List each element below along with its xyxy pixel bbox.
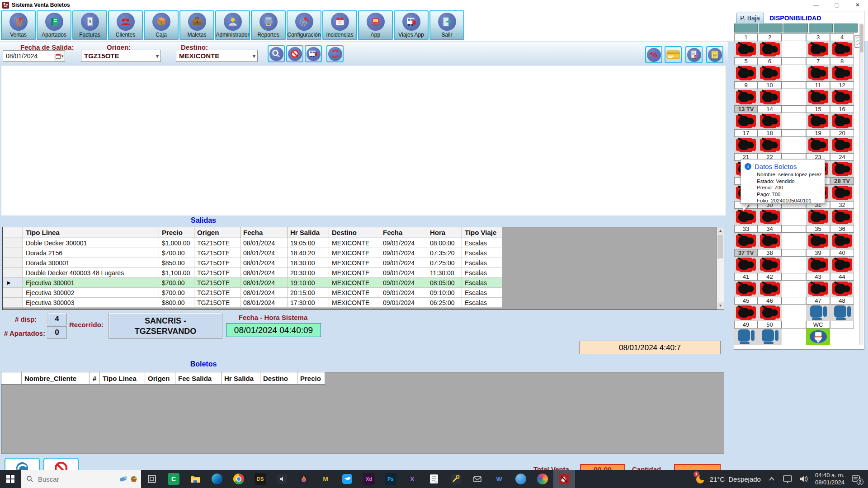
- table-cell[interactable]: 07:35:20: [427, 248, 462, 258]
- cast-icon[interactable]: [783, 474, 793, 483]
- table-cell[interactable]: 19:10:00: [288, 278, 329, 288]
- seat-43-sold[interactable]: [806, 281, 830, 297]
- table-cell[interactable]: TGZ15OTE: [194, 268, 241, 278]
- table-cell[interactable]: Escalas: [462, 248, 502, 258]
- table-cell[interactable]: $1,000.00: [159, 238, 194, 248]
- table-cell[interactable]: $850.00: [159, 258, 194, 268]
- scroll-up-arrow[interactable]: ▲: [717, 227, 724, 235]
- table-cell[interactable]: Dorada 2156: [23, 248, 159, 258]
- row-selector-cell[interactable]: [3, 268, 23, 278]
- invoice-button[interactable]: $: [685, 46, 703, 63]
- seat-39-sold[interactable]: [806, 257, 830, 273]
- seat-2-sold[interactable]: [758, 41, 782, 57]
- taskbar-search[interactable]: [21, 470, 141, 488]
- scroll-down-arrow[interactable]: ▼: [717, 302, 724, 310]
- toolbar-button-apartados[interactable]: Apartados: [37, 10, 71, 40]
- taskbar-app-word-app[interactable]: W: [488, 470, 510, 488]
- row-selector-cell[interactable]: [3, 288, 23, 298]
- seat-35-sold[interactable]: [806, 233, 830, 249]
- seat-11-sold[interactable]: [806, 89, 830, 105]
- seat-29-sold[interactable]: [734, 209, 758, 225]
- bus-button[interactable]: [305, 45, 322, 62]
- row-selector-cell[interactable]: [3, 258, 23, 268]
- table-cell[interactable]: Escalas: [462, 278, 502, 288]
- table-row[interactable]: Double Decker 400003 48 Lugares$1,100.00…: [3, 268, 724, 278]
- seat-18-sold[interactable]: [758, 137, 782, 153]
- column-header-fec-salida[interactable]: Fec Salida: [175, 372, 222, 385]
- table-cell[interactable]: 08:00:00: [427, 238, 462, 248]
- table-cell[interactable]: 18:40:20: [288, 248, 329, 258]
- toolbar-button-app[interactable]: App: [358, 10, 393, 40]
- table-cell[interactable]: 19:05:00: [288, 238, 329, 248]
- toolbar-button-maletas[interactable]: Maletas: [179, 10, 214, 40]
- table-cell[interactable]: $700.00: [159, 288, 194, 298]
- table-row[interactable]: Dorada 2156$700.00TGZ15OTE08/01/202418:4…: [3, 248, 724, 258]
- taskbar-app-ds-app[interactable]: DS: [250, 470, 271, 488]
- table-cell[interactable]: 09/01/2024: [380, 248, 427, 258]
- toolbar-button-facturas[interactable]: $Facturas: [72, 10, 107, 40]
- calendar-dropdown-button[interactable]: ▾: [54, 51, 65, 61]
- seat-12-sold[interactable]: [830, 89, 854, 105]
- table-cell[interactable]: 20:15:00: [288, 288, 329, 298]
- seat-3-sold[interactable]: [806, 41, 830, 57]
- seat-10-sold[interactable]: [758, 89, 782, 105]
- table-cell[interactable]: Escalas: [462, 258, 502, 268]
- table-cell[interactable]: TGZ15OTE: [194, 288, 241, 298]
- seat-44-sold[interactable]: [830, 281, 854, 297]
- column-header-tipo-linea[interactable]: Tipo Linea: [23, 227, 159, 238]
- search-input[interactable]: [38, 475, 106, 483]
- table-cell[interactable]: MEXICONTE: [329, 298, 380, 308]
- taskbar-app-xd-app[interactable]: Xd: [358, 470, 380, 488]
- table-cell[interactable]: Escalas: [462, 238, 502, 248]
- table-cell[interactable]: $700.00: [159, 248, 194, 258]
- taskbar-app-mail-app[interactable]: [467, 470, 488, 488]
- table-cell[interactable]: 08/01/2024: [241, 268, 288, 278]
- table-cell[interactable]: 11:30:00: [427, 268, 462, 278]
- column-header-precio[interactable]: Precio: [159, 227, 194, 238]
- row-selector-cell[interactable]: [3, 248, 23, 258]
- taskbar-app-ticket-app[interactable]: [553, 470, 575, 488]
- weather-widget[interactable]: 1 21°C Despejado: [695, 474, 761, 484]
- column-header-hr-salida[interactable]: Hr Salida: [288, 227, 329, 238]
- seat-14-sold[interactable]: [758, 113, 782, 129]
- close-button[interactable]: ✕: [847, 0, 868, 10]
- column-header-nombre-cliente[interactable]: Nombre_Cliente: [22, 372, 90, 385]
- table-cell[interactable]: 09/01/2024: [380, 258, 427, 268]
- seat-47-avail[interactable]: [806, 305, 830, 321]
- speaker-icon[interactable]: [799, 474, 809, 483]
- taskbar-app-vs-app[interactable]: X: [401, 470, 423, 488]
- toolbar-button-clientes[interactable]: Clientes: [108, 10, 143, 40]
- table-cell[interactable]: 09/01/2024: [380, 288, 427, 298]
- seat-24-sold[interactable]: [830, 161, 854, 177]
- seat-28-tv-sold[interactable]: [830, 185, 854, 201]
- toolbar-button-ventas[interactable]: Ventas: [1, 10, 36, 40]
- seat-34-sold[interactable]: [758, 233, 782, 249]
- table-cell[interactable]: 17:30:00: [288, 298, 329, 308]
- column-header-precio[interactable]: Precio: [297, 372, 325, 385]
- table-cell[interactable]: $1,100.00: [159, 268, 194, 278]
- tray-chevron-icon[interactable]: [767, 474, 776, 483]
- table-cell[interactable]: MEXICONTE: [329, 238, 380, 248]
- seat-42-sold[interactable]: [758, 281, 782, 297]
- column-header-origen[interactable]: Origen: [145, 372, 175, 385]
- seat-41-sold[interactable]: [734, 281, 758, 297]
- seat-7-sold[interactable]: [806, 65, 830, 81]
- seat-46-sold[interactable]: [758, 305, 782, 321]
- table-cell[interactable]: 09/01/2024: [380, 238, 427, 248]
- seat-1-sold[interactable]: [734, 41, 758, 57]
- table-cell[interactable]: 09/01/2024: [380, 298, 427, 308]
- row-selector-cell[interactable]: ▶: [3, 278, 23, 288]
- table-row[interactable]: Dorada 300001$850.00TGZ15OTE08/01/202418…: [3, 258, 724, 268]
- table-cell[interactable]: Escalas: [462, 268, 502, 278]
- column-header-tipo-linea[interactable]: Tipo Linea: [100, 372, 145, 385]
- column-header-tipo-viaje[interactable]: Tipo Viaje: [462, 227, 502, 238]
- table-cell[interactable]: Dorada 300001: [23, 258, 159, 268]
- destino-select[interactable]: MEXICONTE: [176, 50, 258, 62]
- start-button[interactable]: [0, 470, 21, 488]
- seat-15-sold[interactable]: [806, 113, 830, 129]
- toolbar-button-administrador[interactable]: Administrador: [215, 10, 250, 40]
- seat-19-sold[interactable]: [806, 137, 830, 153]
- table-cell[interactable]: 06:25:00: [427, 298, 462, 308]
- fecha-salida-input[interactable]: 08/01/2024 ▾: [3, 50, 65, 62]
- seat-16-sold[interactable]: [830, 113, 854, 129]
